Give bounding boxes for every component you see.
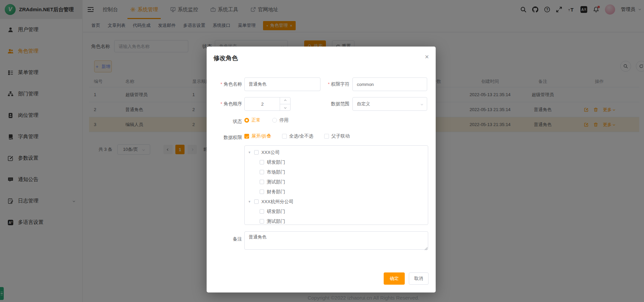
radio-dot [244, 118, 249, 123]
tree-node-label: XXX公司 [261, 149, 280, 156]
role-order-input[interactable] [245, 97, 280, 110]
tree-checkbox[interactable] [260, 219, 264, 224]
radio-dot [272, 118, 277, 123]
checkbox-expand-collapse[interactable]: 展开/折叠 [244, 133, 271, 139]
tree-node-label: 测试部门 [267, 179, 285, 185]
tree-node-label: 财务部门 [267, 189, 285, 195]
checkbox-box [324, 134, 329, 139]
checkbox-box [244, 134, 249, 139]
role-order-stepper[interactable] [244, 97, 291, 111]
tree-checkbox[interactable] [260, 180, 264, 184]
data-permission-label: 数据权限 [207, 135, 242, 141]
tree-node-label: 研发部门 [267, 159, 285, 165]
tree-caret-icon[interactable] [247, 199, 251, 204]
tree-node[interactable]: 测试部门 [245, 177, 428, 187]
edit-role-dialog: 修改角色 × 角色名称 权限字符 角色顺序 数据范围 自定义 状态 正常 停用 [207, 47, 436, 292]
checkbox-label: 父子联动 [331, 133, 350, 139]
stepper-up-icon[interactable] [280, 97, 290, 104]
app-root: V ZRAdmin.NET后台管理 控制台 系统管理 系统监控 [0, 0, 644, 302]
chevron-down-icon [421, 103, 423, 105]
radio-normal[interactable]: 正常 [244, 117, 261, 123]
checkbox-select-all[interactable]: 全选/全不选 [282, 133, 313, 139]
tree-checkbox[interactable] [260, 209, 264, 214]
tree-node-label: 研发部门 [267, 209, 285, 215]
tree-node[interactable]: 研发部门 [245, 207, 428, 216]
status-label: 状态 [207, 119, 242, 125]
tree-node-label: XXX杭州分公司 [261, 199, 294, 205]
remark-label: 备注 [207, 236, 242, 242]
tree-checkbox[interactable] [260, 160, 264, 164]
checkbox-label: 展开/折叠 [251, 133, 271, 139]
dialog-close-icon[interactable]: × [425, 53, 429, 60]
radio-label: 正常 [251, 117, 261, 123]
cancel-button[interactable]: 取消 [409, 272, 429, 285]
data-scope-value: 自定义 [357, 101, 370, 107]
tree-node-label: 测试部门 [267, 218, 285, 225]
tree-node-label: 市场部门 [267, 169, 285, 175]
remark-textarea[interactable]: 普通角色 [244, 231, 428, 250]
dialog-title: 修改角色 [213, 54, 238, 62]
checkbox-label: 全选/全不选 [289, 133, 313, 139]
tree-checkbox[interactable] [260, 190, 264, 194]
role-name-input[interactable] [244, 77, 320, 91]
tree-node[interactable]: 研发部门 [245, 157, 428, 167]
checkbox-box [282, 134, 287, 139]
data-permission-options: 展开/折叠 全选/全不选 父子联动 [244, 133, 350, 139]
role-key-label: 权限字符 [314, 81, 349, 87]
tree-node[interactable]: XXX公司 [245, 147, 428, 157]
role-order-label: 角色顺序 [207, 101, 242, 107]
tree-caret-icon[interactable] [247, 150, 251, 155]
tree-node[interactable]: 市场部门 [245, 167, 428, 177]
radio-disabled[interactable]: 停用 [272, 117, 289, 123]
tree-node[interactable]: 财务部门 [245, 187, 428, 197]
tree-checkbox[interactable] [254, 150, 259, 155]
confirm-button[interactable]: 确定 [384, 272, 405, 285]
tree-node[interactable]: 测试部门 [245, 216, 428, 225]
data-scope-select[interactable]: 自定义 [352, 97, 427, 111]
role-key-input[interactable] [352, 77, 427, 91]
role-name-label: 角色名称 [207, 81, 242, 87]
checkbox-parent-child-link[interactable]: 父子联动 [324, 133, 350, 139]
status-radio-group: 正常 停用 [244, 117, 289, 123]
tree-checkbox[interactable] [260, 170, 264, 174]
radio-label: 停用 [279, 117, 289, 123]
department-tree: XXX公司 研发部门 市场部门 测试部门 财务部门 XXX杭州分公司 [244, 145, 428, 225]
stepper-down-icon[interactable] [280, 104, 290, 110]
tree-checkbox[interactable] [254, 199, 259, 204]
tree-node[interactable]: XXX杭州分公司 [245, 197, 428, 207]
data-scope-label: 数据范围 [314, 101, 349, 107]
